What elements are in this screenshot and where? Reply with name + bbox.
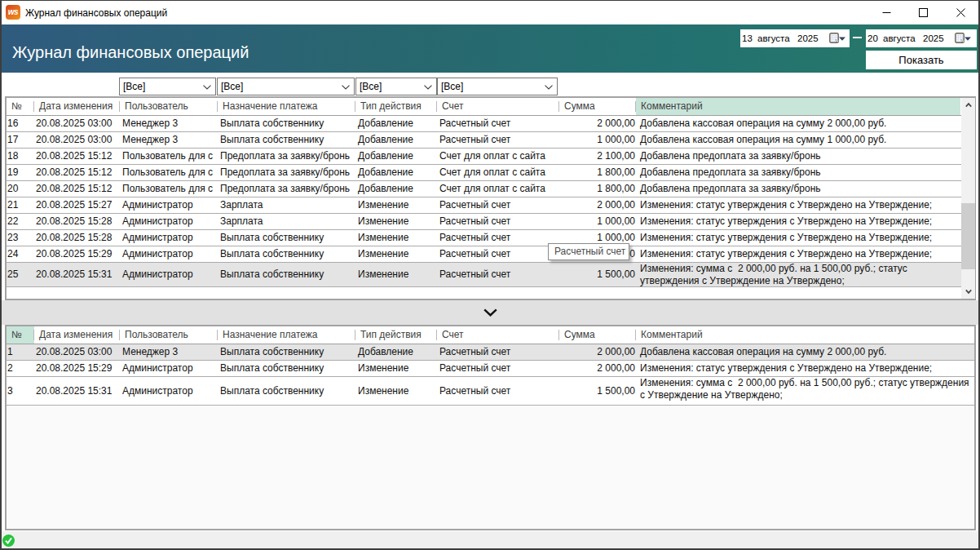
scrollbar-thumb[interactable] — [961, 203, 975, 269]
cell-user: Администратор — [120, 230, 218, 246]
window-title: Журнал финансовых операций — [25, 1, 167, 24]
cell-action: Добавление — [355, 132, 437, 148]
scrollbar-down-arrow[interactable] — [961, 285, 975, 299]
cell-account: Расчетный счет — [437, 230, 559, 246]
column-header-num[interactable]: № — [7, 98, 34, 115]
date-from-picker[interactable]: 13 августа 2025 — [740, 29, 850, 47]
column-header-account[interactable]: Счет — [437, 326, 559, 344]
date-to-year: 2025 — [923, 29, 944, 47]
scrollbar-up-arrow[interactable] — [961, 98, 975, 112]
column-separator — [355, 101, 355, 112]
cell-action: Добавление — [355, 165, 437, 180]
cell-sum: 1 500,00 — [559, 377, 636, 405]
column-header-comment[interactable]: Комментарий — [636, 326, 974, 344]
column-header-user[interactable]: Пользователь — [120, 326, 218, 344]
cell-date: 20.08.2025 15:28 — [34, 230, 120, 246]
filter-combo-3[interactable]: [Все] — [437, 78, 558, 95]
table-row[interactable]: 220.08.2025 15:29АдминистраторВыплата со… — [7, 361, 974, 377]
cell-purpose: Предоплата за заявку/бронь — [218, 165, 355, 180]
combo-value: [Все] — [123, 81, 145, 92]
dropdown-arrow-icon[interactable] — [965, 37, 971, 41]
table-row[interactable]: 2020.08.2025 15:12Пользователь для сПред… — [7, 181, 975, 197]
table-row[interactable]: 1820.08.2025 15:12Пользователь для сПред… — [7, 149, 975, 165]
maximize-button[interactable] — [911, 1, 935, 24]
table-row[interactable]: 2220.08.2025 15:28АдминистраторЗарплатаИ… — [7, 214, 975, 230]
combo-value: [Все] — [221, 81, 243, 92]
column-header-num[interactable]: № — [7, 326, 34, 344]
column-header-purpose[interactable]: Назначение платежа — [218, 326, 355, 344]
filter-combo-2[interactable]: [Все] — [355, 78, 437, 95]
cell-account: Расчетный счет — [437, 116, 559, 131]
column-header-account[interactable]: Счет — [437, 98, 559, 115]
minimize-button[interactable] — [874, 1, 898, 24]
table-row[interactable]: 320.08.2025 15:31АдминистраторВыплата со… — [7, 377, 974, 406]
date-to-picker[interactable]: 20 августа 2025 — [866, 29, 977, 47]
window-border-left — [0, 0, 2, 550]
table-header-row: №Дата измененияПользовательНазначение пл… — [7, 326, 974, 344]
filter-combo-1[interactable]: [Все] — [217, 78, 355, 95]
cell-date: 20.08.2025 15:28 — [34, 214, 120, 229]
date-range-separator — [853, 37, 862, 38]
cell-purpose: Выплата собственнику — [218, 132, 355, 148]
cell-action: Изменение — [355, 214, 437, 229]
column-header-action[interactable]: Тип действия — [355, 326, 437, 344]
cell-user: Пользователь для с — [120, 149, 218, 164]
cell-user: Администратор — [120, 377, 218, 405]
combo-value: [Все] — [360, 81, 382, 92]
column-header-action[interactable]: Тип действия — [355, 98, 437, 115]
column-header-date[interactable]: Дата изменения — [34, 326, 120, 344]
cell-date: 20.08.2025 15:31 — [34, 263, 120, 286]
cell-user: Администратор — [120, 246, 218, 262]
table-row[interactable]: 1620.08.2025 03:00Менеджер 3Выплата собс… — [7, 116, 975, 132]
vertical-scrollbar[interactable] — [961, 98, 975, 299]
table-row[interactable]: 1720.08.2025 03:00Менеджер 3Выплата собс… — [7, 132, 975, 149]
chevron-down-icon — [483, 308, 497, 317]
table-row[interactable]: 120.08.2025 03:00Менеджер 3Выплата собст… — [7, 344, 974, 361]
minimize-icon — [882, 8, 891, 17]
cell-num: 23 — [7, 230, 34, 246]
table-row[interactable]: 2420.08.2025 15:29АдминистраторВыплата с… — [7, 246, 975, 263]
cell-action: Изменение — [355, 361, 437, 376]
cell-comment: Добавлена предоплата за заявку/бронь — [636, 149, 960, 164]
column-separator — [217, 101, 218, 112]
column-header-user[interactable]: Пользователь — [120, 98, 218, 115]
cell-account: Расчетный счет — [437, 344, 559, 360]
status-ok-icon — [2, 534, 15, 547]
table-row[interactable]: 2520.08.2025 15:31АдминистраторВыплата с… — [7, 263, 975, 287]
column-header-comment[interactable]: Комментарий — [636, 98, 960, 115]
column-separator — [119, 330, 120, 340]
cell-account: Счет для оплат с сайта — [437, 149, 559, 164]
column-header-purpose[interactable]: Назначение платежа — [218, 98, 355, 115]
cell-num: 20 — [7, 181, 34, 197]
calendar-icon[interactable] — [829, 33, 839, 43]
combo-value: [Все] — [441, 81, 463, 92]
close-button[interactable] — [948, 1, 973, 24]
cell-date: 20.08.2025 03:00 — [34, 116, 120, 131]
cell-sum: 2 000,00 — [559, 116, 636, 131]
table-row[interactable]: 2320.08.2025 15:28АдминистраторВыплата с… — [7, 230, 975, 246]
cell-purpose: Зарплата — [218, 197, 355, 213]
calendar-icon[interactable] — [955, 33, 965, 43]
column-header-sum[interactable]: Сумма — [559, 326, 636, 344]
show-button[interactable]: Показать — [866, 51, 977, 69]
column-separator — [355, 330, 355, 340]
cell-date: 20.08.2025 15:31 — [34, 377, 120, 405]
cell-purpose: Выплата собственнику — [218, 263, 355, 286]
column-separator — [119, 101, 120, 112]
dropdown-arrow-icon[interactable] — [839, 37, 845, 41]
cell-user: Пользователь для с — [120, 165, 218, 180]
cell-account: Расчетный счет — [437, 361, 559, 376]
splitter-bar[interactable] — [2, 300, 978, 325]
cell-account: Расчетный счет — [437, 246, 559, 262]
column-separator — [635, 330, 636, 340]
column-header-date[interactable]: Дата изменения — [34, 98, 120, 115]
cell-user: Менеджер 3 — [120, 344, 218, 360]
filter-combo-0[interactable]: [Все] — [119, 78, 216, 95]
cell-comment: Добавлена кассовая операция на сумму 2 0… — [636, 344, 974, 360]
cell-num: 2 — [7, 361, 34, 376]
cell-date: 20.08.2025 15:12 — [34, 149, 120, 164]
app-icon-text: ws — [8, 7, 19, 16]
column-header-sum[interactable]: Сумма — [559, 98, 636, 115]
table-row[interactable]: 2120.08.2025 15:27АдминистраторЗарплатаИ… — [7, 197, 975, 214]
table-row[interactable]: 1920.08.2025 15:12Пользователь для сПред… — [7, 165, 975, 181]
